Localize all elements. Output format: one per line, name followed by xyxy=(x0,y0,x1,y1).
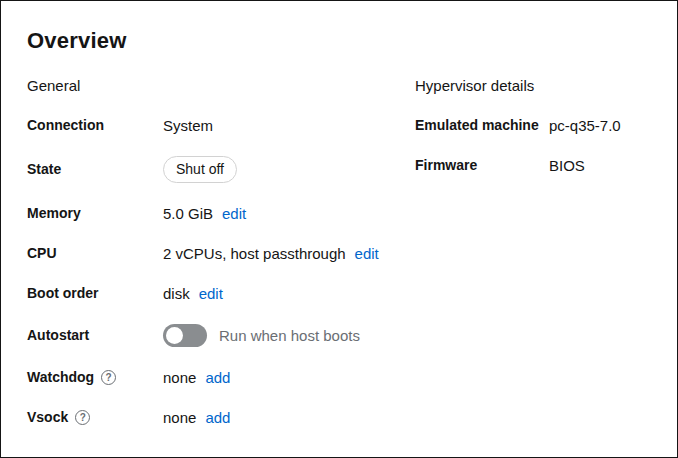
firmware-value: BIOS xyxy=(549,156,651,175)
cpu-value-text: 2 vCPUs, host passthrough xyxy=(163,244,346,263)
autostart-label: Autostart xyxy=(27,326,163,345)
boot-order-value: disk edit xyxy=(163,284,415,303)
connection-value: System xyxy=(163,116,415,135)
watchdog-add-button[interactable]: add xyxy=(205,369,230,386)
connection-label: Connection xyxy=(27,116,163,135)
vsock-add-button[interactable]: add xyxy=(205,409,230,426)
boot-order-edit-button[interactable]: edit xyxy=(199,285,223,302)
general-list: Connection System State Shut off Memory … xyxy=(27,116,415,427)
vsock-value-text: none xyxy=(163,408,196,427)
boot-order-label: Boot order xyxy=(27,284,163,303)
hypervisor-list: Emulated machine pc-q35-7.0 Firmware BIO… xyxy=(415,116,651,175)
boot-order-value-text: disk xyxy=(163,284,190,303)
cpu-label: CPU xyxy=(27,244,163,263)
emulated-machine-value: pc-q35-7.0 xyxy=(549,116,651,135)
autostart-value: Run when host boots xyxy=(163,324,415,347)
page-title: Overview xyxy=(27,28,651,54)
firmware-value-text: BIOS xyxy=(549,156,585,175)
autostart-toggle[interactable] xyxy=(163,324,207,347)
cpu-value: 2 vCPUs, host passthrough edit xyxy=(163,244,415,263)
memory-label: Memory xyxy=(27,204,163,223)
vsock-label-text: Vsock xyxy=(27,408,68,427)
help-icon[interactable]: ? xyxy=(101,370,116,385)
state-value: Shut off xyxy=(163,156,415,183)
toggle-knob-icon xyxy=(166,327,183,344)
vsock-label: Vsock ? xyxy=(27,408,163,427)
hypervisor-section: Hypervisor details Emulated machine pc-q… xyxy=(415,76,651,175)
memory-edit-button[interactable]: edit xyxy=(222,205,246,222)
watchdog-label: Watchdog ? xyxy=(27,368,163,387)
general-heading: General xyxy=(27,76,415,95)
watchdog-value: none add xyxy=(163,368,415,387)
firmware-label: Firmware xyxy=(415,156,549,175)
help-icon[interactable]: ? xyxy=(75,410,90,425)
memory-value-text: 5.0 GiB xyxy=(163,204,213,223)
emulated-machine-value-text: pc-q35-7.0 xyxy=(549,116,621,135)
details-columns: General Connection System State Shut off… xyxy=(27,76,651,427)
emulated-machine-label: Emulated machine xyxy=(415,116,549,135)
cpu-edit-button[interactable]: edit xyxy=(355,245,379,262)
general-section: General Connection System State Shut off… xyxy=(27,76,415,427)
overview-card: Overview General Connection System State… xyxy=(1,1,677,451)
memory-value: 5.0 GiB edit xyxy=(163,204,415,223)
watchdog-value-text: none xyxy=(163,368,196,387)
connection-value-text: System xyxy=(163,116,213,135)
state-label: State xyxy=(27,160,163,179)
hypervisor-heading: Hypervisor details xyxy=(415,76,651,95)
watchdog-label-text: Watchdog xyxy=(27,368,94,387)
status-badge: Shut off xyxy=(163,156,237,183)
autostart-toggle-label: Run when host boots xyxy=(219,326,360,345)
vsock-value: none add xyxy=(163,408,415,427)
